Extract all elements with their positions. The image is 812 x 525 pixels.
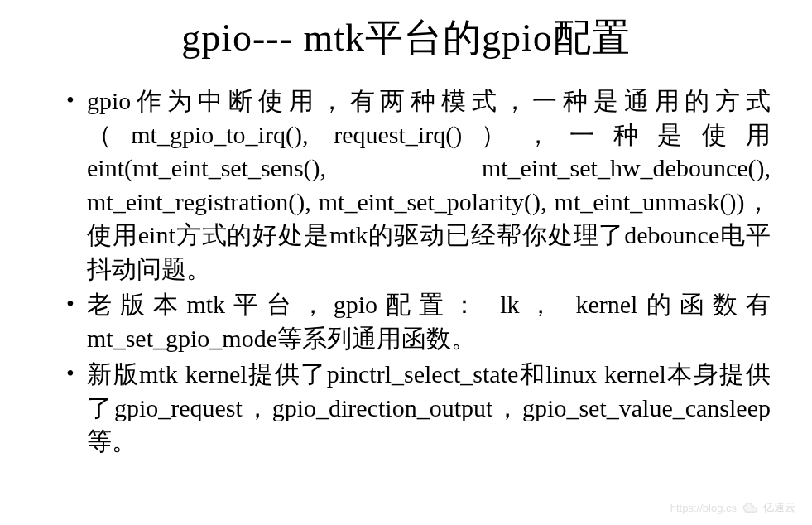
bullet-item: gpio作为中断使用，有两种模式，一种是通用的方式（mt_gpio_to_irq… xyxy=(66,84,771,286)
bullet-list: gpio作为中断使用，有两种模式，一种是通用的方式（mt_gpio_to_irq… xyxy=(41,84,771,459)
slide-content: gpio--- mtk平台的gpio配置 gpio作为中断使用，有两种模式，一种… xyxy=(0,0,812,525)
watermark: https://blog.cs 亿速云 xyxy=(670,500,795,515)
cloud-icon xyxy=(742,502,760,513)
bullet-item: 新版mtk kernel提供了pinctrl_select_state和linu… xyxy=(66,358,771,459)
watermark-logo: 亿速云 xyxy=(742,500,795,515)
watermark-brand: 亿速云 xyxy=(763,500,795,515)
watermark-url: https://blog.cs xyxy=(670,502,737,514)
slide-title: gpio--- mtk平台的gpio配置 xyxy=(41,12,771,64)
bullet-item: 老版本mtk平台，gpio配置： lk， kernel的函数有mt_set_gp… xyxy=(66,288,771,355)
